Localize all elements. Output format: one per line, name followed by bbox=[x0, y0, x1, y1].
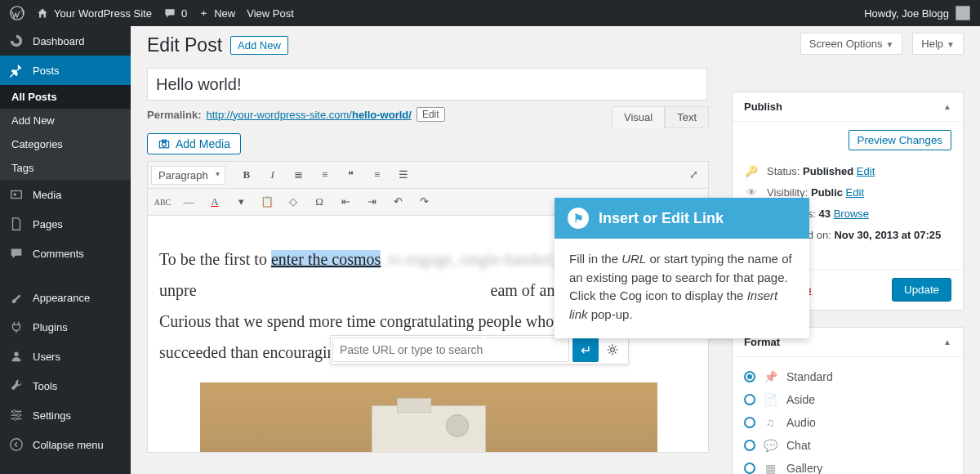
gallery-icon: ▦ bbox=[762, 461, 778, 474]
text-part: unpre bbox=[159, 281, 197, 299]
menu-plugins[interactable]: Plugins bbox=[0, 312, 131, 342]
menu-comments-label: Comments bbox=[33, 248, 84, 260]
menu-tools[interactable]: Tools bbox=[0, 371, 131, 400]
paste-icon[interactable]: 📋 bbox=[256, 190, 278, 213]
italic-icon[interactable]: I bbox=[261, 163, 284, 186]
link-apply-button[interactable]: ↵ bbox=[572, 338, 599, 362]
bold-icon[interactable]: B bbox=[235, 163, 258, 186]
collapse-menu[interactable]: Collapse menu bbox=[0, 430, 131, 459]
menu-users[interactable]: Users bbox=[0, 342, 131, 371]
admin-sidebar: Dashboard Posts All Posts Add New Catego… bbox=[0, 26, 131, 474]
menu-tools-label: Tools bbox=[33, 380, 57, 392]
add-media-button[interactable]: Add Media bbox=[147, 133, 241, 154]
fullscreen-icon[interactable]: ⤢ bbox=[682, 163, 705, 186]
post-image[interactable] bbox=[200, 382, 657, 453]
sub-categories[interactable]: Categories bbox=[0, 132, 131, 156]
format-standard[interactable]: 📌Standard bbox=[744, 365, 951, 388]
revisions-browse[interactable]: Browse bbox=[834, 208, 869, 220]
howdy[interactable]: Howdy, Joe Blogg bbox=[864, 7, 949, 20]
comments-bubble[interactable]: 0 bbox=[163, 7, 187, 20]
chevron-down-icon[interactable]: ▾ bbox=[229, 190, 252, 213]
format-select[interactable]: Paragraph bbox=[151, 166, 225, 185]
status-row: 🔑Status: Published Edit bbox=[744, 157, 951, 178]
preview-changes-button[interactable]: Preview Changes bbox=[849, 130, 951, 150]
textcolor-icon[interactable]: A bbox=[203, 190, 226, 213]
status-edit[interactable]: Edit bbox=[857, 165, 875, 177]
add-media-label: Add Media bbox=[176, 137, 230, 150]
help-popover: ⚑ Insert or Edit Link Fill in the URL or… bbox=[555, 198, 809, 338]
update-button[interactable]: Update bbox=[892, 278, 951, 302]
radio-icon bbox=[744, 463, 755, 474]
plug-icon bbox=[8, 319, 24, 335]
align-left-icon[interactable]: ≡ bbox=[366, 163, 389, 186]
camera-icon bbox=[158, 137, 171, 150]
strike-icon[interactable]: ABC bbox=[151, 190, 174, 213]
post-title-input[interactable] bbox=[147, 68, 707, 101]
sub-tags[interactable]: Tags bbox=[0, 156, 131, 180]
indent-icon[interactable]: ⇥ bbox=[360, 190, 383, 213]
pushpin-icon: 📌 bbox=[762, 369, 778, 384]
menu-posts-sub: All Posts Add New Categories Tags bbox=[0, 85, 131, 180]
clear-icon[interactable]: ◇ bbox=[282, 190, 305, 213]
wp-logo[interactable] bbox=[10, 6, 24, 20]
menu-settings[interactable]: Settings bbox=[0, 400, 131, 430]
menu-dashboard[interactable]: Dashboard bbox=[0, 26, 131, 56]
menu-appearance-label: Appearance bbox=[33, 292, 90, 304]
text-part: To be the first to bbox=[159, 250, 271, 268]
visibility-edit[interactable]: Edit bbox=[846, 186, 864, 199]
link-settings-button[interactable] bbox=[602, 339, 623, 360]
hr-icon[interactable]: — bbox=[177, 190, 200, 213]
add-new-button[interactable]: Add New bbox=[230, 36, 288, 55]
chat-icon: 💬 bbox=[762, 438, 778, 453]
dashboard-icon bbox=[8, 33, 24, 49]
sub-add-new[interactable]: Add New bbox=[0, 109, 131, 132]
ol-icon[interactable]: ≡ bbox=[314, 163, 336, 186]
key-icon: 🔑 bbox=[744, 163, 759, 178]
svg-point-4 bbox=[13, 410, 16, 414]
popover-body: Fill in the URL or start typing the name… bbox=[555, 239, 809, 338]
brush-icon bbox=[8, 289, 24, 306]
radio-icon bbox=[744, 440, 755, 451]
gear-icon bbox=[606, 343, 619, 356]
tab-text[interactable]: Text bbox=[665, 106, 709, 128]
comments-icon bbox=[8, 245, 24, 262]
text-part: Curious that we spend more time congratu… bbox=[159, 312, 589, 330]
view-post-link[interactable]: View Post bbox=[247, 7, 294, 20]
selected-text: enter the cosmos bbox=[271, 250, 381, 268]
menu-comments[interactable]: Comments bbox=[0, 239, 131, 268]
flag-icon: ⚑ bbox=[568, 208, 589, 229]
quote-icon[interactable]: ❝ bbox=[340, 163, 363, 186]
format-audio[interactable]: ♫Audio bbox=[744, 411, 951, 434]
menu-media[interactable]: Media bbox=[0, 180, 131, 209]
menu-pages[interactable]: Pages bbox=[0, 209, 131, 239]
redo-icon[interactable]: ↷ bbox=[412, 190, 435, 213]
ul-icon[interactable]: ≣ bbox=[287, 163, 310, 186]
radio-icon bbox=[744, 394, 755, 405]
format-box: Format▲ 📌Standard 📄Aside ♫Audio 💬Chat ▦G… bbox=[732, 327, 964, 474]
undo-icon[interactable]: ↶ bbox=[386, 190, 409, 213]
outdent-icon[interactable]: ⇤ bbox=[334, 190, 357, 213]
format-chat[interactable]: 💬Chat bbox=[744, 434, 951, 457]
sliders-icon bbox=[8, 407, 24, 423]
menu-media-label: Media bbox=[33, 189, 61, 201]
enter-icon: ↵ bbox=[581, 342, 591, 358]
plus-icon: ＋ bbox=[198, 6, 209, 20]
sub-all-posts[interactable]: All Posts bbox=[0, 85, 131, 109]
menu-dashboard-label: Dashboard bbox=[33, 35, 85, 47]
menu-appearance[interactable]: Appearance bbox=[0, 283, 131, 312]
format-aside[interactable]: 📄Aside bbox=[744, 388, 951, 411]
permalink-edit-button[interactable]: Edit bbox=[416, 107, 445, 122]
site-link[interactable]: Your WordPress Site bbox=[36, 7, 152, 20]
pushpin-icon bbox=[8, 62, 24, 78]
publish-head[interactable]: Publish▲ bbox=[733, 92, 963, 122]
link-url-input[interactable] bbox=[332, 338, 569, 362]
new-content[interactable]: ＋ New bbox=[198, 6, 235, 20]
specialchar-icon[interactable]: Ω bbox=[308, 190, 331, 213]
format-gallery[interactable]: ▦Gallery bbox=[744, 457, 951, 474]
align-center-icon[interactable]: ☰ bbox=[392, 163, 415, 186]
tab-visual[interactable]: Visual bbox=[612, 106, 665, 128]
permalink-url[interactable]: http://your-wordpress-site.com/hello-wor… bbox=[206, 109, 411, 121]
avatar[interactable] bbox=[956, 6, 970, 20]
menu-posts[interactable]: Posts bbox=[0, 56, 131, 85]
new-label: New bbox=[214, 7, 235, 20]
